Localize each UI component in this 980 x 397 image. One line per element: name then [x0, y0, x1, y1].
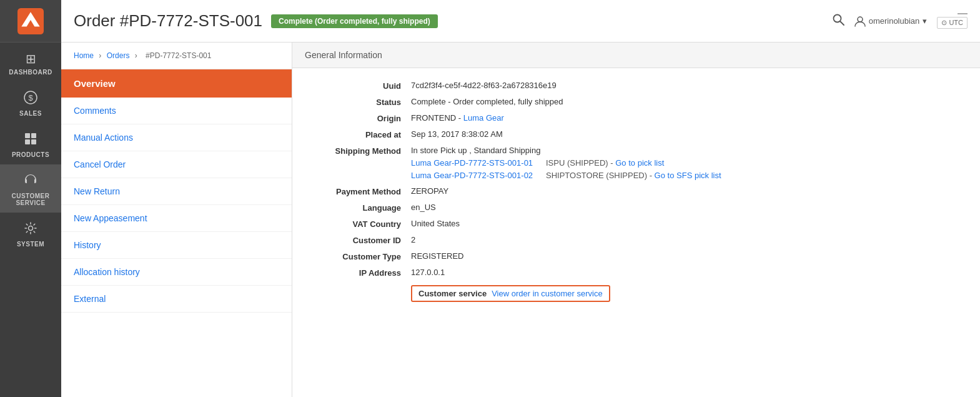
user-menu[interactable]: omerinolubian ▾ — [854, 16, 928, 27]
system-icon — [24, 221, 37, 238]
nav-overview[interactable]: Overview — [61, 69, 292, 98]
uuid-label: Uuid — [311, 81, 411, 91]
uuid-value: 7cd2f3f4-ce5f-4d22-8f63-2a6728316e19 — [411, 81, 961, 90]
info-row-vat-country: VAT Country United States — [311, 219, 961, 229]
svg-rect-3 — [25, 133, 30, 138]
info-row-status: Status Complete - Order completed, fully… — [311, 97, 961, 107]
shipping-method-label: Shipping Method — [311, 146, 411, 156]
nav-item-manual-actions[interactable]: Manual Actions — [61, 124, 292, 151]
svg-rect-0 — [17, 8, 44, 34]
ip-address-value: 127.0.0.1 — [411, 268, 961, 277]
customer-type-label: Customer Type — [311, 251, 411, 261]
sidebar-item-sales[interactable]: $ SALES — [0, 82, 61, 123]
shipment-rows: Luma Gear-PD-7772-STS-001-01 ISPU (SHIPP… — [411, 158, 961, 180]
breadcrumb-home[interactable]: Home — [74, 51, 94, 60]
sidebar-item-customer-service[interactable]: CUSTOMER SERVICE — [0, 164, 61, 213]
customer-service-row-label — [311, 284, 411, 288]
ip-address-label: IP Address — [311, 268, 411, 278]
vat-country-label: VAT Country — [311, 219, 411, 229]
topbar-right: omerinolubian ▾ ⊙ UTC — [832, 13, 968, 29]
origin-link[interactable]: Luma Gear — [463, 113, 504, 123]
shipment-row-2: Luma Gear-PD-7772-STS-001-02 SHIPTOSTORE… — [411, 171, 961, 180]
info-row-payment-method: Payment Method ZEROPAY — [311, 186, 961, 196]
user-icon — [854, 16, 866, 27]
topbar-left: Order #PD-7772-STS-001 Complete (Order c… — [74, 11, 438, 31]
sidebar-item-products-label: PRODUCTS — [12, 151, 49, 158]
search-icon[interactable] — [832, 13, 844, 29]
sidebar-item-customer-service-label: CUSTOMER SERVICE — [3, 193, 58, 206]
language-label: Language — [311, 203, 411, 213]
placed-at-value: Sep 13, 2017 8:38:02 AM — [411, 129, 961, 139]
sidebar-item-system-label: SYSTEM — [17, 241, 44, 248]
payment-method-value: ZEROPAY — [411, 186, 961, 196]
svg-line-9 — [840, 22, 844, 26]
customer-type-value: REGISTERED — [411, 251, 961, 261]
sidebar-item-sales-label: SALES — [19, 110, 42, 117]
vat-country-value: United States — [411, 219, 961, 228]
info-row-shipping-method: Shipping Method In store Pick up , Stand… — [311, 146, 961, 180]
svg-point-10 — [858, 17, 863, 22]
info-row-origin: Origin FRONTEND - Luma Gear — [311, 113, 961, 123]
section-header: General Information — [292, 43, 980, 68]
customer-service-link[interactable]: View order in customer service — [492, 289, 603, 298]
shipping-method-text: In store Pick up , Standard Shipping — [411, 146, 961, 155]
origin-value: FRONTEND - Luma Gear — [411, 113, 961, 123]
main-content: General Information Uuid 7cd2f3f4-ce5f-4… — [292, 43, 980, 397]
dashboard-icon: ⊞ — [26, 51, 36, 66]
nav-item-allocation-history[interactable]: Allocation history — [61, 259, 292, 286]
svg-point-7 — [29, 226, 33, 231]
status-label: Status — [311, 97, 411, 107]
placed-at-label: Placed at — [311, 129, 411, 139]
customer-id-label: Customer ID — [311, 235, 411, 245]
svg-point-8 — [833, 15, 841, 23]
info-row-customer-id: Customer ID 2 — [311, 235, 961, 245]
info-row-uuid: Uuid 7cd2f3f4-ce5f-4d22-8f63-2a6728316e1… — [311, 81, 961, 91]
sidebar-item-dashboard[interactable]: ⊞ DASHBOARD — [0, 43, 61, 82]
status-value: Complete - Order completed, fully shippe… — [411, 97, 961, 106]
svg-rect-6 — [31, 139, 36, 144]
shipment2-link[interactable]: Luma Gear-PD-7772-STS-001-02 — [411, 171, 536, 180]
info-row-ip-address: IP Address 127.0.0.1 — [311, 268, 961, 278]
dropdown-icon: ▾ — [923, 16, 927, 26]
breadcrumb-sep2: › — [135, 51, 139, 60]
breadcrumb-sep1: › — [99, 51, 103, 60]
origin-prefix: FRONTEND - — [411, 113, 463, 123]
info-row-customer-service: Customer service View order in customer … — [311, 284, 961, 302]
language-value: en_US — [411, 203, 961, 212]
shipment2-link2[interactable]: Go to SFS pick list — [655, 171, 721, 180]
main-area: Order #PD-7772-STS-001 Complete (Order c… — [61, 0, 980, 397]
sales-icon: $ — [24, 91, 37, 108]
svg-rect-5 — [25, 139, 30, 144]
sidebar-item-products[interactable]: PRODUCTS — [0, 123, 61, 164]
sidebar-logo — [0, 0, 61, 43]
products-icon — [24, 132, 37, 149]
shipment1-link[interactable]: Luma Gear-PD-7772-STS-001-01 — [411, 158, 536, 168]
customer-service-box: Customer service View order in customer … — [411, 285, 610, 302]
origin-label: Origin — [311, 113, 411, 123]
user-name: omerinolubian — [869, 16, 920, 26]
shipment1-detail: ISPU (SHIPPED) - Go to pick list — [546, 158, 664, 168]
section-title: General Information — [305, 50, 382, 60]
breadcrumb-current: #PD-7772-STS-001 — [146, 51, 211, 60]
nav-item-cancel-order[interactable]: Cancel Order — [61, 151, 292, 178]
shipping-method-value: In store Pick up , Standard Shipping Lum… — [411, 146, 961, 180]
utc-badge: ⊙ UTC — [937, 17, 968, 29]
nav-item-comments[interactable]: Comments — [61, 98, 292, 124]
sidebar-item-system[interactable]: SYSTEM — [0, 213, 61, 254]
svg-rect-4 — [31, 133, 36, 138]
topbar: Order #PD-7772-STS-001 Complete (Order c… — [61, 0, 980, 43]
nav-item-new-appeasement[interactable]: New Appeasement — [61, 205, 292, 232]
breadcrumb: Home › Orders › #PD-7772-STS-001 — [61, 43, 292, 69]
customer-service-icon — [23, 173, 38, 190]
nav-item-external[interactable]: External — [61, 286, 292, 313]
shipment1-link2[interactable]: Go to pick list — [615, 158, 664, 168]
customer-id-value: 2 — [411, 235, 961, 244]
nav-item-new-return[interactable]: New Return — [61, 178, 292, 205]
shipment2-detail: SHIPTOSTORE (SHIPPED) - Go to SFS pick l… — [546, 171, 721, 180]
customer-service-label: Customer service — [418, 289, 487, 298]
sidebar: ⊞ DASHBOARD $ SALES PRODUCTS — [0, 0, 61, 397]
content-area: Home › Orders › #PD-7772-STS-001 Overvie… — [61, 43, 980, 397]
nav-item-history[interactable]: History — [61, 232, 292, 259]
breadcrumb-orders[interactable]: Orders — [107, 51, 130, 60]
shipment-row-1: Luma Gear-PD-7772-STS-001-01 ISPU (SHIPP… — [411, 158, 961, 168]
